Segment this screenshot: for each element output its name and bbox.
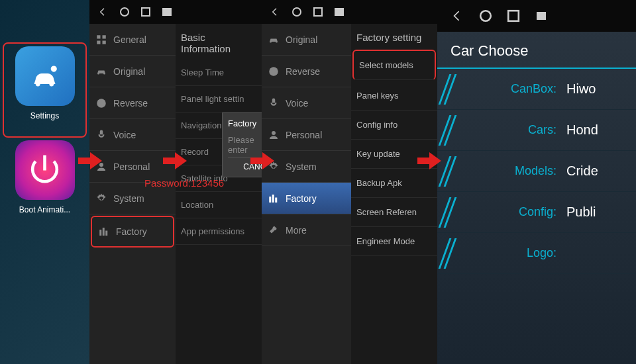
factory-icon: [267, 192, 280, 205]
boot-label: Boot Animati...: [19, 205, 70, 214]
home-icon[interactable]: [120, 7, 129, 17]
menu-factory[interactable]: Factory: [91, 216, 174, 248]
slash-icon: [444, 74, 457, 105]
menu-reverse[interactable]: Reverse: [89, 87, 176, 119]
slash-icon: [444, 115, 457, 146]
factory-title: Factory setting: [351, 24, 437, 48]
slash-icon: [444, 156, 457, 187]
reverse-icon: [95, 97, 108, 110]
svg-rect-1: [103, 35, 106, 38]
back-icon[interactable]: [450, 9, 464, 23]
dialog-title: Factory: [228, 118, 262, 128]
menu-factory[interactable]: Factory: [262, 183, 351, 214]
factory-engineer-mode[interactable]: Engineer Mode: [351, 227, 437, 256]
row-cars[interactable]: Cars:Hond: [437, 110, 636, 151]
settings-menu: General Original Reverse Voice Personal …: [89, 24, 176, 364]
svg-point-7: [272, 131, 276, 135]
factory-icon: [97, 225, 111, 238]
slash-icon: [444, 238, 457, 269]
recent-icon[interactable]: [141, 7, 150, 17]
info-sleep-time[interactable]: Sleep Time: [176, 60, 262, 86]
menu-voice[interactable]: Voice: [89, 119, 176, 151]
menu-personal[interactable]: Personal: [262, 119, 351, 151]
android-navbar: [437, 0, 636, 32]
svg-rect-2: [97, 40, 100, 44]
navbar-spacer: [351, 0, 437, 24]
back-icon[interactable]: [270, 7, 280, 17]
factory-config-info[interactable]: Config info: [351, 111, 437, 140]
settings-icon: [15, 46, 75, 106]
menu-reverse[interactable]: Reverse: [262, 56, 351, 87]
basic-info-title: Basic Information: [176, 24, 262, 60]
gallery-icon[interactable]: [537, 12, 546, 20]
gear-icon: [95, 192, 108, 205]
settings-app[interactable]: Settings: [7, 46, 83, 120]
grid-icon: [95, 33, 108, 46]
svg-rect-3: [103, 40, 106, 44]
home-screen: Settings Boot Animati...: [0, 0, 89, 364]
reverse-icon: [267, 65, 280, 78]
info-location[interactable]: Location: [176, 192, 262, 218]
settings-app-highlight: Settings: [3, 42, 87, 138]
gallery-icon[interactable]: [335, 8, 344, 16]
recent-icon[interactable]: [313, 7, 323, 17]
row-models[interactable]: Models:Cride: [437, 151, 636, 192]
arrow-icon: [417, 151, 441, 171]
factory-settings-panel: Factory setting Select models Panel keys…: [351, 0, 437, 364]
menu-general[interactable]: General: [89, 24, 176, 56]
svg-rect-0: [97, 35, 100, 38]
svg-point-6: [269, 67, 278, 76]
car-choose-title: Car Choose: [437, 32, 636, 69]
home-icon[interactable]: [292, 7, 301, 17]
arrow-icon: [78, 151, 102, 171]
car-icon: [267, 33, 280, 46]
mic-icon: [267, 97, 280, 110]
menu-original[interactable]: Original: [89, 56, 176, 87]
settings-panel-2: Original Reverse Voice Personal System F…: [262, 0, 351, 364]
power-icon: [15, 140, 75, 200]
arrow-icon: [163, 151, 187, 171]
row-logo[interactable]: Logo:: [437, 233, 636, 274]
recent-icon[interactable]: [507, 10, 519, 22]
factory-panel-keys[interactable]: Panel keys: [351, 81, 437, 111]
home-icon[interactable]: [480, 10, 492, 22]
svg-point-4: [97, 99, 106, 108]
car-choose-panel: Car Choose CanBox:Hiwo Cars:Hond Models:…: [437, 0, 636, 364]
row-config[interactable]: Config:Publi: [437, 192, 636, 233]
menu-more[interactable]: More: [262, 214, 351, 246]
menu-original[interactable]: Original: [262, 24, 351, 56]
gallery-icon[interactable]: [162, 8, 172, 16]
settings-label: Settings: [30, 111, 59, 120]
car-icon: [95, 65, 108, 78]
menu-system[interactable]: System: [262, 151, 351, 183]
mic-icon: [95, 128, 108, 142]
arrow-icon: [250, 151, 274, 171]
back-icon[interactable]: [97, 7, 108, 17]
android-navbar: [89, 0, 262, 24]
factory-select-models[interactable]: Select models: [352, 50, 436, 80]
factory-screen-ref[interactable]: Screen Referen: [351, 198, 437, 227]
info-panel-light[interactable]: Panel light settin: [176, 86, 262, 113]
row-canbox[interactable]: CanBox:Hiwo: [437, 69, 636, 110]
android-navbar: [262, 0, 351, 24]
password-hint: Password:123456: [144, 177, 224, 189]
info-app-permissions[interactable]: App permissions: [176, 218, 262, 245]
basic-info-panel: Basic Information Sleep Time Panel light…: [176, 24, 262, 364]
wrench-icon: [267, 224, 280, 237]
factory-backup-apk[interactable]: Backup Apk: [351, 169, 437, 198]
menu-voice[interactable]: Voice: [262, 87, 351, 119]
boot-animation-app[interactable]: Boot Animati...: [0, 140, 89, 214]
person-icon: [267, 128, 280, 142]
slash-icon: [444, 197, 457, 228]
